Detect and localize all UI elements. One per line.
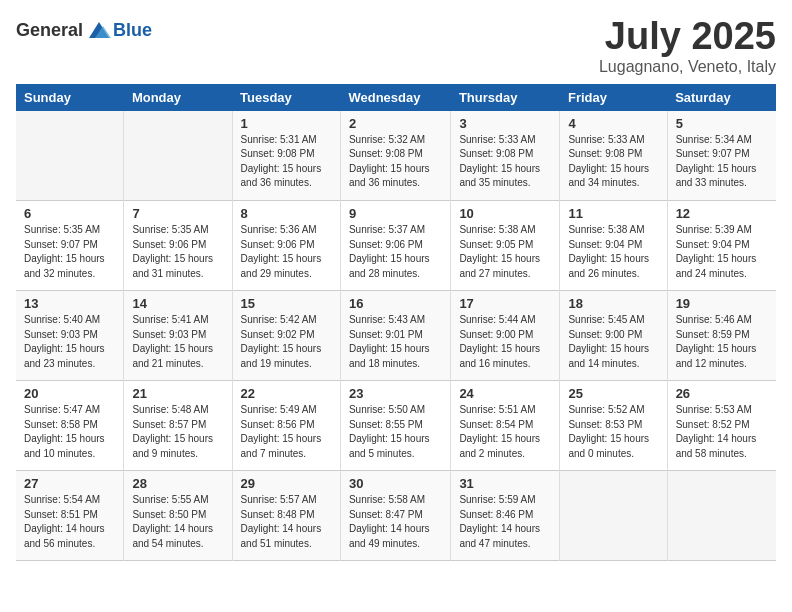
day-number: 16 [349, 296, 442, 311]
calendar-cell: 2Sunrise: 5:32 AM Sunset: 9:08 PM Daylig… [340, 111, 450, 201]
calendar-table: SundayMondayTuesdayWednesdayThursdayFrid… [16, 84, 776, 562]
calendar-cell: 26Sunrise: 5:53 AM Sunset: 8:52 PM Dayli… [667, 381, 776, 471]
calendar-cell: 8Sunrise: 5:36 AM Sunset: 9:06 PM Daylig… [232, 201, 340, 291]
cell-info: Sunrise: 5:33 AM Sunset: 9:08 PM Dayligh… [459, 133, 551, 191]
cell-info: Sunrise: 5:32 AM Sunset: 9:08 PM Dayligh… [349, 133, 442, 191]
day-number: 29 [241, 476, 332, 491]
weekday-header: Sunday [16, 84, 124, 111]
cell-info: Sunrise: 5:53 AM Sunset: 8:52 PM Dayligh… [676, 403, 768, 461]
cell-info: Sunrise: 5:58 AM Sunset: 8:47 PM Dayligh… [349, 493, 442, 551]
calendar-cell: 28Sunrise: 5:55 AM Sunset: 8:50 PM Dayli… [124, 471, 232, 561]
day-number: 7 [132, 206, 223, 221]
weekday-header: Friday [560, 84, 667, 111]
cell-info: Sunrise: 5:45 AM Sunset: 9:00 PM Dayligh… [568, 313, 658, 371]
calendar-cell: 17Sunrise: 5:44 AM Sunset: 9:00 PM Dayli… [451, 291, 560, 381]
weekday-header: Saturday [667, 84, 776, 111]
logo-icon [85, 16, 113, 44]
day-number: 21 [132, 386, 223, 401]
calendar-week-row: 1Sunrise: 5:31 AM Sunset: 9:08 PM Daylig… [16, 111, 776, 201]
cell-info: Sunrise: 5:49 AM Sunset: 8:56 PM Dayligh… [241, 403, 332, 461]
cell-info: Sunrise: 5:38 AM Sunset: 9:05 PM Dayligh… [459, 223, 551, 281]
cell-info: Sunrise: 5:31 AM Sunset: 9:08 PM Dayligh… [241, 133, 332, 191]
logo-blue: Blue [113, 20, 152, 41]
day-number: 24 [459, 386, 551, 401]
cell-info: Sunrise: 5:33 AM Sunset: 9:08 PM Dayligh… [568, 133, 658, 191]
cell-info: Sunrise: 5:48 AM Sunset: 8:57 PM Dayligh… [132, 403, 223, 461]
logo-general: General [16, 20, 83, 41]
day-number: 14 [132, 296, 223, 311]
cell-info: Sunrise: 5:38 AM Sunset: 9:04 PM Dayligh… [568, 223, 658, 281]
cell-info: Sunrise: 5:34 AM Sunset: 9:07 PM Dayligh… [676, 133, 768, 191]
calendar-cell: 15Sunrise: 5:42 AM Sunset: 9:02 PM Dayli… [232, 291, 340, 381]
location-title: Lugagnano, Veneto, Italy [599, 58, 776, 76]
day-number: 1 [241, 116, 332, 131]
cell-info: Sunrise: 5:39 AM Sunset: 9:04 PM Dayligh… [676, 223, 768, 281]
calendar-cell: 25Sunrise: 5:52 AM Sunset: 8:53 PM Dayli… [560, 381, 667, 471]
cell-info: Sunrise: 5:41 AM Sunset: 9:03 PM Dayligh… [132, 313, 223, 371]
cell-info: Sunrise: 5:57 AM Sunset: 8:48 PM Dayligh… [241, 493, 332, 551]
day-number: 22 [241, 386, 332, 401]
calendar-cell: 3Sunrise: 5:33 AM Sunset: 9:08 PM Daylig… [451, 111, 560, 201]
cell-info: Sunrise: 5:43 AM Sunset: 9:01 PM Dayligh… [349, 313, 442, 371]
weekday-header: Monday [124, 84, 232, 111]
calendar-cell: 12Sunrise: 5:39 AM Sunset: 9:04 PM Dayli… [667, 201, 776, 291]
calendar-cell: 1Sunrise: 5:31 AM Sunset: 9:08 PM Daylig… [232, 111, 340, 201]
day-number: 15 [241, 296, 332, 311]
calendar-cell [560, 471, 667, 561]
calendar-cell: 16Sunrise: 5:43 AM Sunset: 9:01 PM Dayli… [340, 291, 450, 381]
calendar-cell [124, 111, 232, 201]
calendar-cell: 10Sunrise: 5:38 AM Sunset: 9:05 PM Dayli… [451, 201, 560, 291]
day-number: 28 [132, 476, 223, 491]
day-number: 9 [349, 206, 442, 221]
cell-info: Sunrise: 5:35 AM Sunset: 9:06 PM Dayligh… [132, 223, 223, 281]
calendar-cell: 31Sunrise: 5:59 AM Sunset: 8:46 PM Dayli… [451, 471, 560, 561]
weekday-header: Tuesday [232, 84, 340, 111]
calendar-week-row: 13Sunrise: 5:40 AM Sunset: 9:03 PM Dayli… [16, 291, 776, 381]
calendar-cell: 13Sunrise: 5:40 AM Sunset: 9:03 PM Dayli… [16, 291, 124, 381]
calendar-cell: 21Sunrise: 5:48 AM Sunset: 8:57 PM Dayli… [124, 381, 232, 471]
day-number: 18 [568, 296, 658, 311]
cell-info: Sunrise: 5:46 AM Sunset: 8:59 PM Dayligh… [676, 313, 768, 371]
weekday-header: Wednesday [340, 84, 450, 111]
day-number: 19 [676, 296, 768, 311]
calendar-cell: 24Sunrise: 5:51 AM Sunset: 8:54 PM Dayli… [451, 381, 560, 471]
cell-info: Sunrise: 5:40 AM Sunset: 9:03 PM Dayligh… [24, 313, 115, 371]
cell-info: Sunrise: 5:36 AM Sunset: 9:06 PM Dayligh… [241, 223, 332, 281]
calendar-cell: 29Sunrise: 5:57 AM Sunset: 8:48 PM Dayli… [232, 471, 340, 561]
day-number: 17 [459, 296, 551, 311]
cell-info: Sunrise: 5:52 AM Sunset: 8:53 PM Dayligh… [568, 403, 658, 461]
calendar-cell: 30Sunrise: 5:58 AM Sunset: 8:47 PM Dayli… [340, 471, 450, 561]
day-number: 25 [568, 386, 658, 401]
calendar-cell: 6Sunrise: 5:35 AM Sunset: 9:07 PM Daylig… [16, 201, 124, 291]
calendar-cell: 7Sunrise: 5:35 AM Sunset: 9:06 PM Daylig… [124, 201, 232, 291]
calendar-cell: 11Sunrise: 5:38 AM Sunset: 9:04 PM Dayli… [560, 201, 667, 291]
calendar-cell: 27Sunrise: 5:54 AM Sunset: 8:51 PM Dayli… [16, 471, 124, 561]
calendar-cell: 23Sunrise: 5:50 AM Sunset: 8:55 PM Dayli… [340, 381, 450, 471]
day-number: 12 [676, 206, 768, 221]
cell-info: Sunrise: 5:54 AM Sunset: 8:51 PM Dayligh… [24, 493, 115, 551]
calendar-cell: 4Sunrise: 5:33 AM Sunset: 9:08 PM Daylig… [560, 111, 667, 201]
day-number: 31 [459, 476, 551, 491]
cell-info: Sunrise: 5:44 AM Sunset: 9:00 PM Dayligh… [459, 313, 551, 371]
calendar-cell: 18Sunrise: 5:45 AM Sunset: 9:00 PM Dayli… [560, 291, 667, 381]
cell-info: Sunrise: 5:55 AM Sunset: 8:50 PM Dayligh… [132, 493, 223, 551]
page-header: General Blue July 2025 Lugagnano, Veneto… [16, 16, 776, 76]
title-area: July 2025 Lugagnano, Veneto, Italy [599, 16, 776, 76]
day-number: 5 [676, 116, 768, 131]
calendar-week-row: 27Sunrise: 5:54 AM Sunset: 8:51 PM Dayli… [16, 471, 776, 561]
calendar-cell: 5Sunrise: 5:34 AM Sunset: 9:07 PM Daylig… [667, 111, 776, 201]
day-number: 10 [459, 206, 551, 221]
day-number: 11 [568, 206, 658, 221]
calendar-week-row: 6Sunrise: 5:35 AM Sunset: 9:07 PM Daylig… [16, 201, 776, 291]
calendar-cell: 14Sunrise: 5:41 AM Sunset: 9:03 PM Dayli… [124, 291, 232, 381]
cell-info: Sunrise: 5:50 AM Sunset: 8:55 PM Dayligh… [349, 403, 442, 461]
calendar-cell: 20Sunrise: 5:47 AM Sunset: 8:58 PM Dayli… [16, 381, 124, 471]
day-number: 26 [676, 386, 768, 401]
day-number: 2 [349, 116, 442, 131]
cell-info: Sunrise: 5:59 AM Sunset: 8:46 PM Dayligh… [459, 493, 551, 551]
cell-info: Sunrise: 5:42 AM Sunset: 9:02 PM Dayligh… [241, 313, 332, 371]
calendar-cell: 22Sunrise: 5:49 AM Sunset: 8:56 PM Dayli… [232, 381, 340, 471]
logo: General Blue [16, 16, 152, 44]
weekday-header: Thursday [451, 84, 560, 111]
calendar-cell [667, 471, 776, 561]
